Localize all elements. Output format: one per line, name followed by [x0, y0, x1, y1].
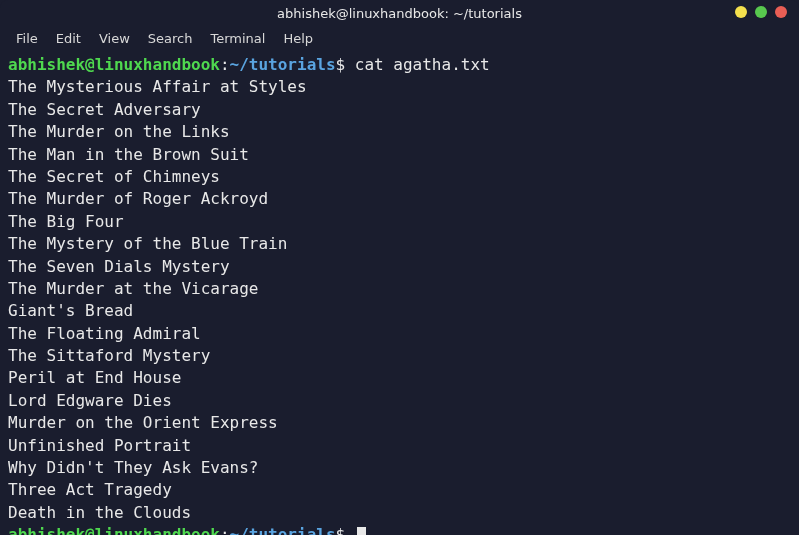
prompt-path: ~/tutorials	[230, 55, 336, 74]
output-line: The Man in the Brown Suit	[8, 144, 791, 166]
menu-help[interactable]: Help	[275, 29, 321, 48]
output-line: The Mystery of the Blue Train	[8, 233, 791, 255]
menubar: File Edit View Search Terminal Help	[0, 26, 799, 50]
output-line: Lord Edgware Dies	[8, 390, 791, 412]
menu-view[interactable]: View	[91, 29, 138, 48]
prompt-line-1: abhishek@linuxhandbook:~/tutorials$ cat …	[8, 54, 791, 76]
minimize-button[interactable]	[735, 6, 747, 18]
prompt-colon: :	[220, 525, 230, 535]
prompt-user-host: abhishek@linuxhandbook	[8, 55, 220, 74]
prompt-line-2: abhishek@linuxhandbook:~/tutorials$	[8, 524, 791, 535]
prompt-path: ~/tutorials	[230, 525, 336, 535]
prompt-dollar: $	[336, 525, 355, 535]
menu-file[interactable]: File	[8, 29, 46, 48]
output-line: Unfinished Portrait	[8, 435, 791, 457]
menu-edit[interactable]: Edit	[48, 29, 89, 48]
command-text: cat agatha.txt	[355, 55, 490, 74]
prompt-dollar: $	[336, 55, 355, 74]
output-line: Giant's Bread	[8, 300, 791, 322]
window-controls	[735, 6, 787, 18]
output-line: The Seven Dials Mystery	[8, 256, 791, 278]
output-line: The Secret of Chimneys	[8, 166, 791, 188]
output-line: The Murder at the Vicarage	[8, 278, 791, 300]
output-line: The Floating Admiral	[8, 323, 791, 345]
output-line: The Secret Adversary	[8, 99, 791, 121]
output-line: Peril at End House	[8, 367, 791, 389]
close-button[interactable]	[775, 6, 787, 18]
titlebar: abhishek@linuxhandbook: ~/tutorials	[0, 0, 799, 26]
output-line: Three Act Tragedy	[8, 479, 791, 501]
prompt-user-host: abhishek@linuxhandbook	[8, 525, 220, 535]
output-line: The Mysterious Affair at Styles	[8, 76, 791, 98]
prompt-colon: :	[220, 55, 230, 74]
menu-terminal[interactable]: Terminal	[202, 29, 273, 48]
menu-search[interactable]: Search	[140, 29, 201, 48]
output-line: The Big Four	[8, 211, 791, 233]
terminal-viewport[interactable]: abhishek@linuxhandbook:~/tutorials$ cat …	[0, 50, 799, 535]
output-line: The Sittaford Mystery	[8, 345, 791, 367]
window-title: abhishek@linuxhandbook: ~/tutorials	[277, 6, 522, 21]
output-line: The Murder on the Links	[8, 121, 791, 143]
output-line: The Murder of Roger Ackroyd	[8, 188, 791, 210]
output-line: Death in the Clouds	[8, 502, 791, 524]
output-line: Murder on the Orient Express	[8, 412, 791, 434]
output-line: Why Didn't They Ask Evans?	[8, 457, 791, 479]
maximize-button[interactable]	[755, 6, 767, 18]
cursor-icon	[357, 527, 366, 535]
